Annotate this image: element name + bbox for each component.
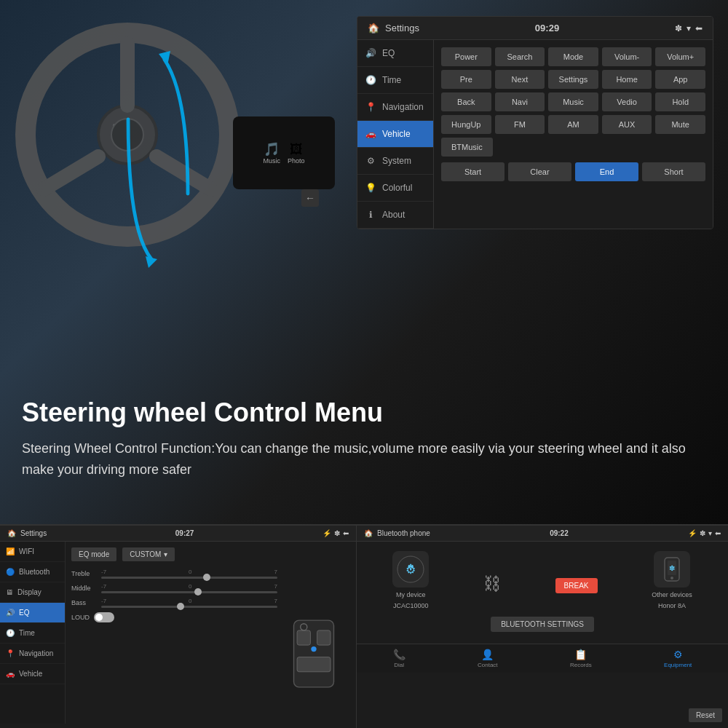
sidebar-item-eq[interactable]: 🔊 EQ	[357, 40, 433, 67]
fm-button[interactable]: FM	[495, 115, 545, 134]
bl-title-left: 🏠 Settings	[7, 529, 47, 537]
volume-up-button[interactable]: Volum+	[655, 47, 705, 66]
bl-sidebar-time[interactable]: 🕐 Time	[0, 623, 65, 644]
bl-time-sidebar-icon: 🕐	[6, 629, 15, 637]
br-home-icon: 🏠	[364, 529, 373, 537]
bt-nav-contact[interactable]: 👤 Contact	[470, 649, 505, 668]
vedio-button[interactable]: Vedio	[602, 92, 652, 111]
br-back-icon[interactable]: ⬅	[715, 529, 721, 537]
bt-nav-equipment[interactable]: ⚙ Equipment	[657, 649, 699, 668]
middle-labels: -7 0 7	[101, 583, 277, 590]
bt-nav-dial[interactable]: 📞 Dial	[386, 649, 413, 668]
bl-eq-content: EQ mode CUSTOM ▾ Treble -7	[66, 542, 356, 724]
mute-button[interactable]: Mute	[655, 115, 705, 134]
eq-sliders: Treble -7 0 7	[71, 569, 277, 728]
br-title-left: 🏠 Bluetooth phone	[364, 529, 430, 537]
bass-mid: 0	[189, 598, 191, 604]
settings-body: 🔊 EQ 🕐 Time 📍 Navigation 🚗 Vehicle ⚙	[357, 40, 713, 229]
bass-labels: -7 0 7	[101, 598, 277, 604]
mode-button[interactable]: Mode	[548, 47, 598, 66]
app-button[interactable]: App	[655, 70, 705, 89]
next-button[interactable]: Next	[495, 70, 545, 89]
br-icons: ⚡ ✽ ▾ ⬅	[688, 529, 721, 537]
eq-custom-button[interactable]: CUSTOM ▾	[122, 547, 175, 561]
sidebar-label-time: Time	[382, 75, 401, 85]
bl-vehicle-sidebar-icon: 🚗	[6, 670, 15, 678]
break-button[interactable]: BREAK	[555, 578, 598, 593]
middle-min: -7	[101, 583, 106, 590]
my-device-icon: ⚙ ✽	[392, 551, 429, 587]
bl-sidebar-vehicle[interactable]: 🚗 Vehicle	[0, 664, 65, 684]
sidebar-item-time[interactable]: 🕐 Time	[357, 67, 433, 94]
middle-track[interactable]	[101, 591, 277, 593]
other-device-icon: ✽	[654, 551, 690, 587]
treble-max: 7	[274, 569, 277, 575]
back-button[interactable]: Back	[441, 92, 491, 111]
my-device-label: My device	[396, 591, 426, 598]
bl-time-label: Time	[19, 629, 35, 637]
bl-bt-label: Bluetooth	[19, 568, 50, 576]
eq-custom-label: CUSTOM	[130, 550, 161, 558]
loud-toggle[interactable]	[94, 612, 114, 622]
bt-nav-records[interactable]: 📋 Records	[563, 649, 599, 668]
am-button[interactable]: AM	[548, 115, 598, 134]
bl-sidebar-bluetooth[interactable]: 🔵 Bluetooth	[0, 562, 65, 582]
hungup-button[interactable]: HungUp	[441, 115, 491, 134]
settings-titlebar: 🏠 Settings 09:29 ✽ ▾ ⬅	[357, 17, 713, 40]
back-button-car[interactable]: ←	[301, 189, 319, 207]
clear-button[interactable]: Clear	[508, 162, 571, 181]
bl-sidebar-eq[interactable]: 🔊 EQ	[0, 603, 65, 623]
svg-text:✽: ✽	[669, 564, 675, 572]
sidebar-item-about[interactable]: ℹ About	[357, 202, 433, 229]
dial-label: Dial	[394, 662, 404, 668]
equipment-label: Equipment	[664, 662, 692, 668]
back-icon[interactable]: ⬅	[695, 23, 703, 33]
bass-thumb[interactable]	[177, 603, 184, 610]
treble-track[interactable]	[101, 577, 277, 579]
settings-button[interactable]: Settings	[548, 70, 598, 89]
btmusic-button[interactable]: BTMusic	[441, 138, 493, 157]
bl-eq-sidebar-icon: 🔊	[6, 609, 15, 617]
sidebar-item-vehicle[interactable]: 🚗 Vehicle	[357, 121, 433, 148]
aux-button[interactable]: AUX	[602, 115, 652, 134]
sidebar-item-colorful[interactable]: 💡 Colorful	[357, 175, 433, 202]
loud-row: LOUD	[71, 612, 277, 622]
end-button[interactable]: End	[575, 162, 638, 181]
short-button[interactable]: Short	[642, 162, 705, 181]
middle-thumb[interactable]	[194, 588, 202, 596]
bass-track[interactable]	[101, 606, 277, 608]
music-button[interactable]: Music	[548, 92, 598, 111]
eq-mode-button[interactable]: EQ mode	[71, 547, 116, 561]
break-area: BREAK	[555, 551, 598, 609]
bl-vehicle-label: Vehicle	[19, 670, 42, 678]
bl-wifi-label: WIFI	[19, 547, 34, 555]
power-button[interactable]: Power	[441, 47, 491, 66]
bass-min: -7	[101, 598, 106, 604]
sidebar-item-system[interactable]: ⚙ System	[357, 148, 433, 175]
search-button[interactable]: Search	[495, 47, 545, 66]
pre-button[interactable]: Pre	[441, 70, 491, 89]
volume-down-button[interactable]: Volum-	[602, 47, 652, 66]
bl-sidebar-navigation[interactable]: 📍 Navigation	[0, 644, 65, 664]
bl-sidebar-display[interactable]: 🖥 Display	[0, 582, 65, 603]
bl-sidebar-wifi[interactable]: 📶 WIFI	[0, 542, 65, 562]
svg-line-3	[44, 157, 98, 189]
bt-settings-button[interactable]: BLUETOOTH SETTINGS	[491, 617, 594, 632]
hold-button[interactable]: Hold	[655, 92, 705, 111]
bl-nav-label: Navigation	[19, 649, 53, 657]
bl-body: 📶 WIFI 🔵 Bluetooth 🖥 Display 🔊 EQ 🕐	[0, 542, 356, 724]
chevron-down-icon: ▾	[164, 550, 167, 558]
bottom-right-panel: 🏠 Bluetooth phone 09:22 ⚡ ✽ ▾ ⬅	[357, 526, 728, 728]
bass-max: 7	[274, 598, 277, 604]
settings-time: 09:29	[535, 23, 559, 33]
start-button[interactable]: Start	[441, 162, 505, 181]
vehicle-icon: 🚗	[365, 128, 376, 140]
car-diagram-svg	[285, 614, 343, 694]
loud-label: LOUD	[71, 614, 90, 621]
button-grid-row4: HungUp FM AM AUX Mute	[441, 115, 705, 134]
bl-back-icon[interactable]: ⬅	[343, 529, 349, 537]
navi-button[interactable]: Navi	[495, 92, 545, 111]
home-button[interactable]: Home	[602, 70, 652, 89]
sidebar-item-navigation[interactable]: 📍 Navigation	[357, 94, 433, 121]
treble-thumb[interactable]	[203, 574, 210, 581]
